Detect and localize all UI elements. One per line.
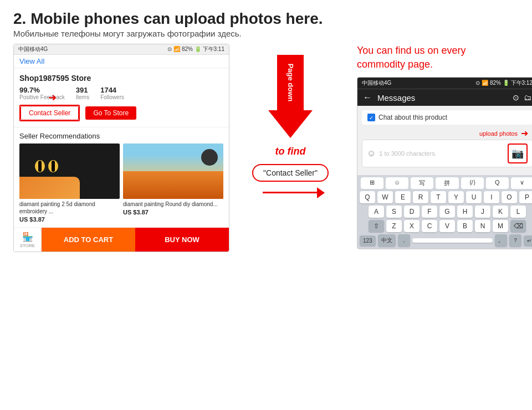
right-phone-header: ← Messages ⊙ 🗂 — [357, 89, 532, 106]
kb-i[interactable]: I — [484, 191, 499, 203]
kb-c[interactable]: C — [422, 220, 437, 232]
kb-t[interactable]: T — [431, 191, 446, 203]
rec-item-1-name: diamant painting 2 5d diamond embroidery… — [19, 201, 120, 215]
kb-write-key[interactable]: 写 — [411, 177, 433, 189]
kb-code-key[interactable]: ⟨/⟩ — [461, 177, 484, 189]
upload-label-text: upload photos — [479, 130, 518, 137]
cat-pupil-left — [38, 161, 42, 172]
kb-l[interactable]: L — [510, 206, 526, 218]
back-button[interactable]: ← — [363, 93, 372, 102]
kb-o[interactable]: O — [502, 191, 517, 203]
stat-items: 391 Items — [76, 86, 89, 100]
arrow-shaft: Page down — [277, 55, 304, 110]
cat-image — [19, 144, 120, 199]
contact-seller-label: "Contact Seller" — [252, 164, 329, 182]
contact-seller-button[interactable]: Contact Seller — [21, 106, 79, 120]
messages-title: Messages — [377, 93, 507, 102]
kb-grid-key[interactable]: ⊞ — [361, 177, 383, 189]
kb-question[interactable]: ？ — [509, 234, 521, 247]
right-time: 下午3:12 — [511, 80, 532, 86]
kb-k[interactable]: K — [493, 206, 508, 218]
cat-eye-left — [35, 160, 45, 172]
kb-w[interactable]: W — [377, 191, 393, 203]
kb-shift[interactable]: ⇧ — [369, 220, 384, 232]
kb-h[interactable]: H — [457, 206, 473, 218]
chat-placeholder: 1 to 3000 characters. — [379, 150, 508, 157]
add-to-cart-button[interactable]: ADD TO CART — [42, 228, 135, 252]
buy-now-button[interactable]: BUY NOW — [135, 228, 229, 252]
bird-body — [201, 149, 218, 166]
kb-s[interactable]: S — [386, 206, 402, 218]
feedback-value: 99.7% — [19, 86, 65, 94]
kb-comma[interactable]: ， — [398, 234, 410, 247]
store-buttons: ➜ Contact Seller Go To Store — [19, 105, 223, 121]
header-main-title: Mobile phones can upload photos here. — [30, 10, 323, 27]
kb-expand-key[interactable]: ∨ — [511, 177, 532, 189]
kb-pinyin-key[interactable]: 拼 — [436, 177, 458, 189]
header-icons: ⊙ 🗂 — [513, 93, 531, 102]
arrow-right-head — [317, 187, 325, 198]
kb-enter[interactable]: ↵ — [524, 235, 532, 246]
archive-icon[interactable]: 🗂 — [524, 93, 531, 102]
kb-b[interactable]: B — [457, 220, 473, 232]
kb-emoji-key[interactable]: ☺ — [386, 177, 408, 189]
right-caption-line1: You can find us on every — [357, 45, 466, 56]
cat-pupil-right — [52, 161, 55, 172]
kb-p[interactable]: P — [519, 191, 532, 203]
step-number: 2. — [13, 10, 26, 27]
to-find-text: to find — [275, 146, 306, 157]
right-caption-line2: commodity page. — [357, 59, 433, 70]
kb-r[interactable]: R — [413, 191, 428, 203]
cat-eye-right — [48, 160, 58, 172]
emoji-icon[interactable]: ☺ — [367, 148, 376, 158]
page-down-arrow: Page down — [268, 55, 313, 138]
kb-m[interactable]: M — [493, 220, 508, 232]
content-area: 中国移动4G ⊙ 📶 82% 🔋 下午3:11 View All Shop198… — [13, 44, 519, 252]
right-phone-status: 中国移动4G ⊙ 📶 82% 🔋 下午3:12 — [357, 78, 532, 89]
kb-123[interactable]: 123 — [360, 235, 376, 246]
checkbox[interactable]: ✓ — [367, 114, 375, 121]
go-to-store-button[interactable]: Go To Store — [85, 106, 136, 120]
rec-item-1: diamant painting 2 5d diamond embroidery… — [19, 144, 120, 223]
store-name: Shop1987595 Store — [19, 74, 223, 83]
chat-area: ✓ Chat about this product upload photos … — [357, 106, 532, 175]
refresh-icon[interactable]: ⊙ — [513, 93, 519, 102]
store-label: STORE — [20, 243, 35, 248]
rec-item-2-name: diamant painting Round diy diamond... — [123, 201, 223, 208]
kb-g[interactable]: G — [439, 206, 455, 218]
kb-q[interactable]: Q — [360, 191, 375, 203]
kb-z[interactable]: Z — [386, 220, 402, 232]
followers-value: 1744 — [100, 86, 124, 94]
items-label: Items — [76, 94, 89, 100]
left-carrier: 中国移动4G — [18, 45, 48, 53]
kb-period[interactable]: 。 — [495, 234, 507, 247]
kb-v[interactable]: V — [439, 220, 455, 232]
camera-button[interactable]: 📷 — [508, 144, 528, 163]
kb-space[interactable] — [412, 238, 493, 243]
kb-y[interactable]: Y — [448, 191, 464, 203]
recommendations-section: Seller Recommendations — [14, 127, 229, 227]
phone-right: 中国移动4G ⊙ 📶 82% 🔋 下午3:12 ← Messages ⊙ 🗂 — [357, 77, 532, 249]
kb-search-key[interactable]: Q — [486, 177, 509, 189]
kb-j[interactable]: J — [475, 206, 490, 218]
arrow-right-container — [263, 192, 318, 193]
kb-a[interactable]: A — [369, 206, 384, 218]
kb-chinese[interactable]: 中文 — [378, 234, 396, 247]
kb-d[interactable]: D — [404, 206, 420, 218]
apple-bg — [123, 171, 223, 199]
right-status-icons: ⊙ 📶 82% 🔋 下午3:12 — [475, 79, 532, 87]
kb-backspace[interactable]: ⌫ — [510, 220, 526, 232]
bottom-bar: 🏪 STORE ADD TO CART BUY NOW — [14, 227, 229, 252]
phone-left: 中国移动4G ⊙ 📶 82% 🔋 下午3:11 View All Shop198… — [13, 44, 229, 252]
kb-u[interactable]: U — [466, 191, 482, 203]
view-all-link[interactable]: View All — [14, 55, 229, 68]
kb-n[interactable]: N — [475, 220, 490, 232]
kb-e[interactable]: E — [395, 191, 411, 203]
store-icon-container[interactable]: 🏪 STORE — [14, 228, 42, 252]
right-section: You can find us on every commodity page.… — [351, 44, 532, 252]
kb-f[interactable]: F — [422, 206, 437, 218]
header: 2. Mobile phones can upload photos here.… — [13, 10, 519, 38]
stat-feedback: 99.7% Positive Feedback — [19, 86, 65, 100]
contact-btn-highlight: Contact Seller — [19, 105, 80, 121]
kb-x[interactable]: X — [404, 220, 420, 232]
